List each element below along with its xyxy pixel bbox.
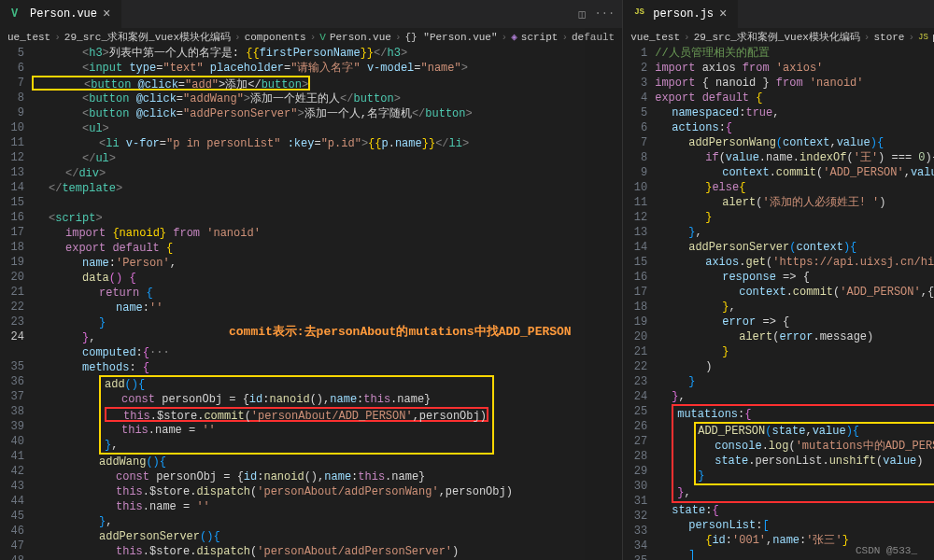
- close-icon[interactable]: ×: [103, 7, 110, 21]
- commit-line: this.$store.commit('personAbout/ADD_PERS…: [105, 407, 488, 422]
- right-gutter: 1234567891011121314151617181920212223242…: [623, 46, 655, 560]
- right-editor-pane: JS person.js × vue_test› 29_src_求和案例_vue…: [623, 0, 934, 560]
- mutations-block: mutations:{ ADD_PERSON(state,value){ con…: [672, 404, 934, 503]
- editor-actions: ◫ ···: [578, 7, 622, 21]
- right-breadcrumb[interactable]: vue_test› 29_src_求和案例_vuex模块化编码› store› …: [623, 28, 934, 46]
- left-gutter: 5678910111213141516171819202122232435363…: [0, 46, 32, 560]
- left-code[interactable]: <h3>列表中第一个人的名字是: {{firstPersonName}}</h3…: [32, 46, 622, 560]
- tab-person-js[interactable]: JS person.js ×: [623, 0, 738, 28]
- minimap[interactable]: [585, 28, 622, 560]
- more-icon[interactable]: ···: [595, 7, 616, 21]
- commit-annotation: commit表示:去personAbout的mutations中找ADD_PER…: [229, 323, 572, 340]
- right-tabs: JS person.js ×: [623, 0, 934, 28]
- button-add-line: <button @click="add">添加</button>: [32, 76, 310, 91]
- watermark: CSDN @533_: [856, 545, 917, 556]
- split-editor-icon[interactable]: ◫: [578, 7, 585, 21]
- vue-icon: V: [11, 7, 24, 21]
- left-breadcrumb[interactable]: ue_test› 29_src_求和案例_vuex模块化编码› componen…: [0, 28, 622, 46]
- left-editor[interactable]: 5678910111213141516171819202122232435363…: [0, 46, 622, 560]
- left-editor-pane: V Person.vue × ◫ ··· ue_test› 29_src_求和案…: [0, 0, 623, 560]
- tab-label: person.js: [653, 7, 714, 21]
- tab-label: Person.vue: [30, 7, 97, 21]
- close-icon[interactable]: ×: [719, 7, 727, 21]
- add-person-mutation: ADD_PERSON(state,value){ console.log('mu…: [694, 422, 934, 485]
- tab-person-vue[interactable]: V Person.vue ×: [0, 0, 121, 28]
- js-icon: JS: [634, 7, 647, 21]
- left-tabs: V Person.vue × ◫ ···: [0, 0, 622, 28]
- right-editor[interactable]: 1234567891011121314151617181920212223242…: [623, 46, 934, 560]
- add-method-block: add(){ const personObj = {id:nanoid(),na…: [99, 375, 494, 455]
- right-code[interactable]: //人员管理相关的配置 import axios from 'axios' im…: [655, 46, 934, 560]
